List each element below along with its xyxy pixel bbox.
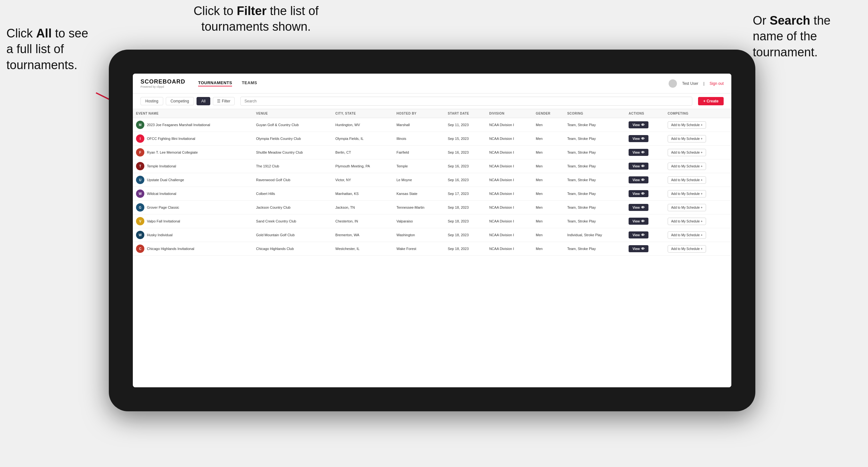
all-tab[interactable]: All xyxy=(196,97,210,105)
actions-cell: View 👁 xyxy=(625,228,664,242)
eye-icon: 👁 xyxy=(641,164,645,168)
add-to-schedule-button[interactable]: Add to My Schedule + xyxy=(668,245,706,253)
venue-cell: Sand Creek Country Club xyxy=(253,214,332,228)
event-name-cell: F Ryan T. Lee Memorial Collegiate xyxy=(133,146,253,159)
add-schedule-label: Add to My Schedule + xyxy=(671,192,703,195)
add-to-schedule-button[interactable]: Add to My Schedule + xyxy=(668,231,706,239)
table-row: G Grover Page Classic Jackson Country Cl… xyxy=(133,201,731,214)
annotation-left: Click All to see a full list of tourname… xyxy=(6,26,96,73)
add-schedule-label: Add to My Schedule + xyxy=(671,206,703,209)
venue-cell: Colbert Hills xyxy=(253,187,332,201)
avatar xyxy=(669,80,677,88)
actions-cell: View 👁 xyxy=(625,242,664,256)
team-logo: G xyxy=(136,203,144,212)
view-button[interactable]: View 👁 xyxy=(629,204,648,211)
start-date-cell: Sep 16, 2023 xyxy=(444,146,486,159)
scoring-cell: Team, Stroke Play xyxy=(564,214,625,228)
city-state-cell: Huntington, WV xyxy=(332,118,393,132)
view-button[interactable]: View 👁 xyxy=(629,218,648,225)
view-label: View xyxy=(632,151,640,154)
scoring-cell: Team, Stroke Play xyxy=(564,118,625,132)
col-city-state: CITY, STATE xyxy=(332,109,393,118)
start-date-cell: Sep 11, 2023 xyxy=(444,118,486,132)
view-button[interactable]: View 👁 xyxy=(629,176,648,183)
start-date-cell: Sep 16, 2023 xyxy=(444,159,486,173)
hosted-by-cell: Valparaiso xyxy=(393,214,444,228)
table-row: F Ryan T. Lee Memorial Collegiate Shuttl… xyxy=(133,146,731,159)
table-row: V Valpo Fall Invitational Sand Creek Cou… xyxy=(133,214,731,228)
view-button[interactable]: View 👁 xyxy=(629,135,648,142)
hosted-by-cell: Temple xyxy=(393,159,444,173)
view-button[interactable]: View 👁 xyxy=(629,245,648,252)
eye-icon: 👁 xyxy=(641,206,645,209)
add-to-schedule-button[interactable]: Add to My Schedule + xyxy=(668,163,706,170)
venue-cell: Jackson Country Club xyxy=(253,201,332,214)
gender-cell: Men xyxy=(533,159,564,173)
team-logo: U xyxy=(136,176,144,184)
nav-tab-tournaments[interactable]: TOURNAMENTS xyxy=(198,80,232,86)
event-name-cell: I OFCC Fighting Illini Invitational xyxy=(133,132,253,146)
search-box xyxy=(240,97,692,105)
eye-icon: 👁 xyxy=(641,150,645,154)
add-to-schedule-button[interactable]: Add to My Schedule + xyxy=(668,121,706,129)
col-actions: ACTIONS xyxy=(625,109,664,118)
event-name-text: Ryan T. Lee Memorial Collegiate xyxy=(147,150,198,154)
scoring-cell: Team, Stroke Play xyxy=(564,159,625,173)
gender-cell: Men xyxy=(533,201,564,214)
view-label: View xyxy=(632,178,640,182)
hosted-by-cell: Fairfield xyxy=(393,146,444,159)
event-name-text: Temple Invitational xyxy=(147,164,176,168)
table-row: W Wildcat Invitational Colbert HillsManh… xyxy=(133,187,731,201)
event-name-text: Valpo Fall Invitational xyxy=(147,219,180,223)
event-name-text: Chicago Highlands Invitational xyxy=(147,247,194,251)
view-button[interactable]: View 👁 xyxy=(629,231,648,239)
competing-tab[interactable]: Competing xyxy=(166,97,194,105)
add-to-schedule-button[interactable]: Add to My Schedule + xyxy=(668,204,706,211)
actions-cell: View 👁 xyxy=(625,187,664,201)
add-to-schedule-button[interactable]: Add to My Schedule + xyxy=(668,218,706,225)
start-date-cell: Sep 18, 2023 xyxy=(444,214,486,228)
event-name-cell: U Upstate Dual Challenge xyxy=(133,173,253,187)
table-container: EVENT NAME VENUE CITY, STATE HOSTED BY S… xyxy=(133,109,731,387)
hosting-tab[interactable]: Hosting xyxy=(141,97,163,105)
add-to-schedule-button[interactable]: Add to My Schedule + xyxy=(668,176,706,184)
filter-label: Filter xyxy=(222,99,230,103)
venue-cell: The 1912 Club xyxy=(253,159,332,173)
add-to-schedule-button[interactable]: Add to My Schedule + xyxy=(668,135,706,143)
sign-out-link[interactable]: Sign out xyxy=(710,81,724,86)
event-name-text: OFCC Fighting Illini Invitational xyxy=(147,137,195,141)
division-cell: NCAA Division I xyxy=(486,187,533,201)
event-name-cell: V Valpo Fall Invitational xyxy=(133,214,253,228)
start-date-cell: Sep 16, 2023 xyxy=(444,173,486,187)
division-cell: NCAA Division I xyxy=(486,242,533,256)
scoring-cell: Team, Stroke Play xyxy=(564,242,625,256)
add-schedule-label: Add to My Schedule + xyxy=(671,234,703,237)
view-button[interactable]: View 👁 xyxy=(629,149,648,156)
separator: | xyxy=(704,81,705,86)
venue-cell: Guyan Golf & Country Club xyxy=(253,118,332,132)
filter-button[interactable]: ☰ Filter xyxy=(213,97,235,105)
view-button[interactable]: View 👁 xyxy=(629,163,648,169)
nav-tab-teams[interactable]: TEAMS xyxy=(242,80,257,86)
add-schedule-label: Add to My Schedule + xyxy=(671,164,703,168)
table-row: I OFCC Fighting Illini Invitational Olym… xyxy=(133,132,731,146)
start-date-cell: Sep 18, 2023 xyxy=(444,201,486,214)
scoring-cell: Team, Stroke Play xyxy=(564,132,625,146)
search-input[interactable] xyxy=(240,97,692,105)
city-state-cell: Victor, NY xyxy=(332,173,393,187)
team-logo: T xyxy=(136,162,144,170)
eye-icon: 👁 xyxy=(641,233,645,237)
tablet-frame: SCOREBOARD Powered by clippd TOURNAMENTS… xyxy=(109,50,755,411)
view-button[interactable]: View 👁 xyxy=(629,190,648,197)
view-button[interactable]: View 👁 xyxy=(629,121,648,128)
division-cell: NCAA Division I xyxy=(486,228,533,242)
hosted-by-cell: Marshall xyxy=(393,118,444,132)
venue-cell: Shuttle Meadow Country Club xyxy=(253,146,332,159)
create-button[interactable]: + Create xyxy=(698,97,724,105)
add-to-schedule-button[interactable]: Add to My Schedule + xyxy=(668,149,706,156)
division-cell: NCAA Division I xyxy=(486,159,533,173)
team-logo: W xyxy=(136,231,144,239)
venue-cell: Olympia Fields Country Club xyxy=(253,132,332,146)
view-label: View xyxy=(632,164,640,168)
add-to-schedule-button[interactable]: Add to My Schedule + xyxy=(668,190,706,197)
